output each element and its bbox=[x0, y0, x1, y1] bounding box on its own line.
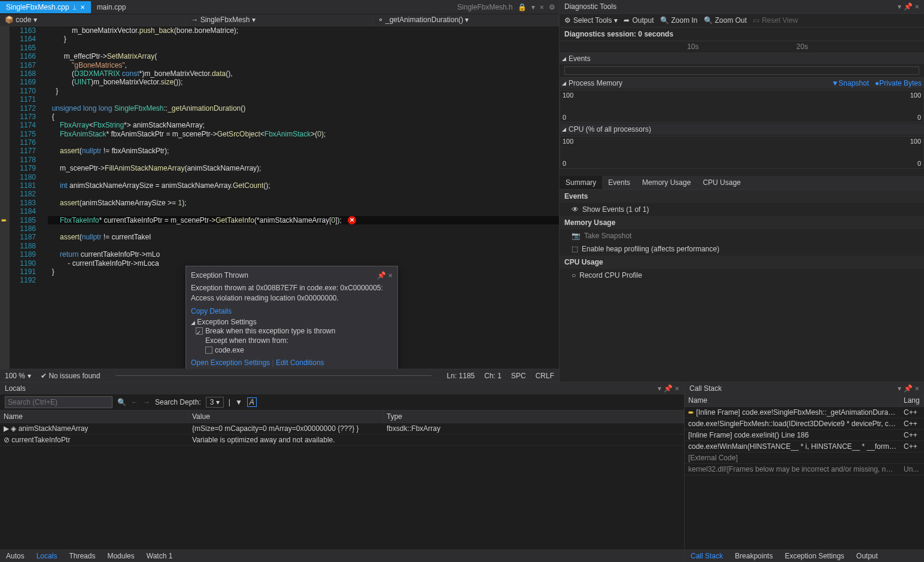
show-events-item[interactable]: 👁 Show Events (1 of 1) bbox=[560, 203, 924, 216]
bottom-tab-output[interactable]: Output bbox=[850, 550, 884, 562]
editor-status-bar: 100 % ▾ ✔ No issues found Ln: 1185 Ch: 1… bbox=[0, 369, 559, 382]
bottom-tab-call-stack[interactable]: Call Stack bbox=[685, 550, 729, 562]
bottom-tab-threads[interactable]: Threads bbox=[63, 550, 101, 562]
callstack-row[interactable]: code.exe!SingleFbxMesh::load(IDirect3DDe… bbox=[685, 418, 924, 430]
callstack-row[interactable]: kernel32.dll![Frames below may be incorr… bbox=[685, 464, 924, 475]
heap-profiling-item[interactable]: ⬚ Enable heap profiling (affects perform… bbox=[560, 242, 924, 256]
code-editor[interactable]: ➨ 11631164116511661167116811691170117111… bbox=[0, 26, 559, 369]
next-icon[interactable]: → bbox=[143, 398, 150, 406]
close-icon[interactable]: × bbox=[915, 2, 919, 11]
pin-icon[interactable]: 📌 bbox=[904, 2, 913, 11]
pin-icon[interactable]: ⟂ bbox=[72, 3, 77, 11]
dropdown-icon[interactable]: ▾ bbox=[898, 2, 901, 11]
edit-conditions-link[interactable]: Edit Conditions bbox=[276, 359, 324, 367]
close-icon[interactable]: × bbox=[915, 384, 919, 393]
callstack-row[interactable]: code.exe!WinMain(HINSTANCE__ * i, HINSTA… bbox=[685, 441, 924, 452]
timeline-ruler[interactable]: 10s 20s bbox=[560, 41, 924, 53]
break-checkbox[interactable] bbox=[196, 327, 203, 335]
output-button[interactable]: ➦ Output bbox=[624, 16, 654, 25]
locals-title: Locals bbox=[5, 384, 26, 393]
line-indicator[interactable]: Ln: 1185 bbox=[447, 372, 475, 380]
zoom-control[interactable]: 100 % ▾ bbox=[5, 372, 31, 380]
diag-tab-summary[interactable]: Summary bbox=[560, 176, 602, 189]
tab-label: main.cpp bbox=[97, 3, 126, 11]
session-label: Diagnostics session: 0 seconds bbox=[560, 28, 924, 41]
callstack-row[interactable]: [Inline Frame] code.exe!init() Line 186C… bbox=[685, 430, 924, 441]
depth-select[interactable]: 3 ▾ bbox=[206, 397, 224, 408]
lock-icon: 🔒 bbox=[518, 3, 527, 11]
callstack-title: Call Stack bbox=[689, 384, 722, 393]
bottom-tab-watch-1[interactable]: Watch 1 bbox=[141, 550, 179, 562]
module-checkbox[interactable] bbox=[205, 347, 212, 354]
exception-title: Exception Thrown bbox=[191, 271, 248, 280]
close-icon[interactable]: × bbox=[540, 3, 544, 11]
format-icon[interactable]: A bbox=[247, 397, 257, 407]
bottom-tab-modules[interactable]: Modules bbox=[101, 550, 140, 562]
open-exception-settings-link[interactable]: Open Exception Settings bbox=[191, 359, 270, 367]
close-icon[interactable]: × bbox=[80, 3, 84, 11]
collapse-icon[interactable]: ◢ bbox=[191, 320, 195, 326]
locals-pane: Locals ▾📌× 🔍 ← → Search Depth: 3 ▾ | ▼ A… bbox=[0, 382, 685, 562]
bottom-tab-autos[interactable]: Autos bbox=[0, 550, 31, 562]
pin-icon[interactable]: 📌 bbox=[904, 384, 913, 393]
search-icon[interactable]: 🔍 bbox=[117, 398, 126, 406]
tab-label: SingleFbxMesh.cpp bbox=[6, 3, 69, 11]
dropdown-icon[interactable]: ▾ bbox=[531, 3, 535, 11]
tab-other-file[interactable]: main.cpp bbox=[91, 1, 132, 13]
lineending-indicator[interactable]: CRLF bbox=[536, 372, 554, 380]
dropdown-icon[interactable]: ▾ bbox=[658, 384, 661, 393]
diag-tab-cpu-usage[interactable]: CPU Usage bbox=[697, 176, 746, 189]
cpu-chart[interactable]: 100 0 100 0 bbox=[560, 136, 924, 169]
diag-tab-events[interactable]: Events bbox=[602, 176, 636, 189]
select-tools-button[interactable]: ⚙ Select Tools ▾ bbox=[564, 16, 618, 25]
diagnostic-tools-pane: Diagnostic Tools ▾📌× ⚙ Select Tools ▾ ➦ … bbox=[560, 0, 924, 382]
diag-tab-memory-usage[interactable]: Memory Usage bbox=[636, 176, 697, 189]
memory-chart[interactable]: 100 0 100 0 bbox=[560, 90, 924, 123]
pin-icon[interactable]: 📌 bbox=[377, 271, 386, 280]
bottom-tab-locals[interactable]: Locals bbox=[31, 550, 63, 562]
nav-method[interactable]: ⚬ _getAnimationDuration() ▾ bbox=[373, 14, 559, 26]
exception-body: Exception thrown at 0x008B7E7F in code.e… bbox=[191, 283, 393, 303]
copy-details-link[interactable]: Copy Details bbox=[191, 307, 232, 315]
editor-pane: SingleFbxMesh.cpp ⟂ × main.cpp SingleFbx… bbox=[0, 0, 560, 382]
bottom-tab-exception-settings[interactable]: Exception Settings bbox=[779, 550, 850, 562]
nav-class[interactable]: → SingleFbxMesh ▾ bbox=[186, 14, 372, 26]
pin-icon[interactable]: 📌 bbox=[664, 384, 673, 393]
nav-scope[interactable]: 📦 code ▾ bbox=[0, 14, 186, 26]
zoom-in-button[interactable]: 🔍 Zoom In bbox=[660, 16, 698, 25]
callstack-pane: Call Stack ▾📌× Name Lang ➨ [Inline Frame… bbox=[685, 382, 924, 562]
whitespace-indicator[interactable]: SPC bbox=[511, 372, 526, 380]
dropdown-icon[interactable]: ▾ bbox=[898, 384, 901, 393]
take-snapshot-item[interactable]: 📷 Take Snapshot bbox=[560, 229, 924, 242]
exception-popup: Exception Thrown 📌 × Exception thrown at… bbox=[186, 266, 398, 369]
char-indicator[interactable]: Ch: 1 bbox=[484, 372, 501, 380]
header-file-label[interactable]: SingleFbxMesh.h bbox=[457, 3, 513, 11]
zoom-out-button[interactable]: 🔍 Zoom Out bbox=[704, 16, 747, 25]
gear-icon[interactable]: ⚙ bbox=[549, 3, 555, 11]
diag-title: Diagnostic Tools bbox=[564, 2, 616, 11]
record-cpu-item[interactable]: ○ Record CPU Profile bbox=[560, 269, 924, 282]
filter-icon[interactable]: ▼ bbox=[235, 398, 242, 406]
locals-row[interactable]: ⊘ currentTakeInfoPtrVariable is optimize… bbox=[0, 435, 684, 446]
nav-bar: 📦 code ▾ → SingleFbxMesh ▾ ⚬ _getAnimati… bbox=[0, 14, 559, 26]
bottom-tab-breakpoints[interactable]: Breakpoints bbox=[729, 550, 779, 562]
issues-status[interactable]: ✔ No issues found bbox=[41, 372, 100, 380]
file-tabs: SingleFbxMesh.cpp ⟂ × main.cpp SingleFbx… bbox=[0, 0, 559, 14]
callstack-row[interactable]: [External Code] bbox=[685, 452, 924, 464]
locals-row[interactable]: ▶ ◈ animStackNameArray{mSize=0 mCapacity… bbox=[0, 423, 684, 435]
exception-settings-hdr: Exception Settings bbox=[197, 318, 256, 326]
search-input[interactable] bbox=[5, 396, 113, 408]
diag-summary-panel: Events 👁 Show Events (1 of 1) Memory Usa… bbox=[560, 190, 924, 282]
tab-active-file[interactable]: SingleFbxMesh.cpp ⟂ × bbox=[0, 1, 91, 13]
reset-view-button[interactable]: ▭ Reset View bbox=[753, 16, 798, 25]
prev-icon[interactable]: ← bbox=[131, 398, 138, 406]
close-icon[interactable]: × bbox=[675, 384, 679, 393]
close-icon[interactable]: × bbox=[388, 271, 393, 280]
callstack-row[interactable]: ➨ [Inline Frame] code.exe!SingleFbxMesh:… bbox=[685, 407, 924, 418]
